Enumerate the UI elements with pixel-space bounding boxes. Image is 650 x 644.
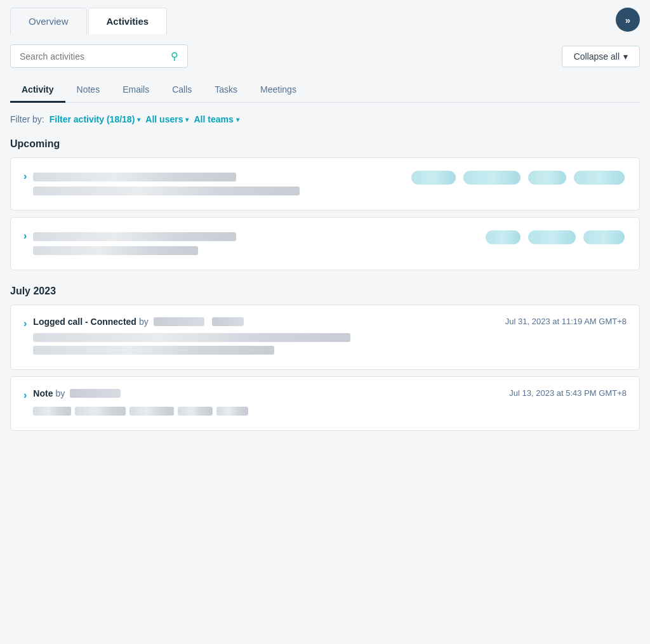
search-icon: ⚲	[171, 50, 178, 62]
note-author	[70, 389, 121, 398]
filter-users-button[interactable]: All users ▾	[145, 114, 189, 124]
note-blurred-2	[75, 407, 126, 416]
note-timestamp: Jul 13, 2023 at 5:43 PM GMT+8	[509, 388, 627, 398]
top-tabs: Overview Activities »	[0, 0, 650, 34]
tab-meetings[interactable]: Meetings	[249, 78, 308, 103]
filter-activity-label: Filter activity (18/18)	[50, 114, 135, 124]
note-blurred-5	[216, 407, 248, 416]
card-body-note: Note by	[33, 388, 509, 419]
tab-activity[interactable]: Activity	[10, 78, 65, 103]
blurred-body-2	[33, 246, 198, 255]
tag-1b	[463, 171, 521, 185]
filter-teams-arrow: ▾	[236, 116, 239, 123]
note-blurred-3	[129, 407, 174, 416]
filter-row: Filter by: Filter activity (18/18) ▾ All…	[10, 114, 640, 124]
tab-calls[interactable]: Calls	[161, 78, 203, 103]
tab-tasks[interactable]: Tasks	[203, 78, 249, 103]
tab-emails[interactable]: Emails	[111, 78, 161, 103]
tag-2b	[528, 230, 576, 244]
filter-activity-arrow: ▾	[137, 116, 140, 123]
blurred-body-1	[33, 187, 300, 195]
upcoming-card-2[interactable]: ›	[10, 217, 640, 270]
search-input[interactable]	[20, 51, 166, 62]
filter-teams-label: All teams	[194, 114, 233, 124]
logged-call-by: by	[139, 317, 149, 327]
search-collapse-row: ⚲ Collapse all ▾	[10, 44, 640, 68]
logged-call-author-badge	[212, 317, 244, 326]
note-blurred-1	[33, 407, 71, 416]
page-container: Overview Activities » ⚲ Collapse all ▾ A…	[0, 0, 650, 644]
logged-call-card[interactable]: › Logged call - Connected by	[10, 305, 640, 370]
tag-1d	[574, 171, 625, 185]
note-card[interactable]: › Note by	[10, 376, 640, 431]
july-heading: July 2023	[10, 286, 640, 297]
search-box[interactable]: ⚲	[10, 44, 188, 68]
call-blurred-1	[33, 333, 350, 342]
filter-users-arrow: ▾	[185, 116, 189, 123]
call-blurred-2	[33, 346, 274, 355]
blurred-title-1	[33, 173, 236, 181]
filter-activity-button[interactable]: Filter activity (18/18) ▾	[50, 114, 141, 124]
activity-tabs: Activity Notes Emails Calls Tasks Meetin…	[10, 78, 640, 103]
tab-notes[interactable]: Notes	[65, 78, 112, 103]
section-upcoming: Upcoming ›	[10, 138, 640, 270]
card-body-1	[33, 169, 409, 199]
chevron-down-icon: ▾	[623, 51, 628, 62]
filter-users-label: All users	[145, 114, 183, 124]
main-content: ⚲ Collapse all ▾ Activity Notes Emails C…	[0, 34, 650, 431]
card-right-note: Jul 13, 2023 at 5:43 PM GMT+8	[509, 388, 627, 398]
expand-icon-2: ›	[23, 230, 27, 242]
logged-call-author	[154, 317, 204, 326]
filter-teams-button[interactable]: All teams ▾	[194, 114, 239, 124]
note-blurred-4	[178, 407, 213, 416]
tab-overview[interactable]: Overview	[10, 8, 87, 34]
card-body-call: Logged call - Connected by	[33, 317, 505, 358]
section-july: July 2023 › Logged call - Connected by	[10, 286, 640, 431]
collapse-all-button[interactable]: Collapse all ▾	[562, 46, 640, 67]
card-right-2	[484, 229, 627, 244]
card-body-2	[33, 229, 484, 258]
tag-2c	[583, 230, 625, 244]
card-right-call: Jul 31, 2023 at 11:19 AM GMT+8	[505, 317, 627, 326]
tag-2a	[486, 230, 521, 244]
collapse-all-label: Collapse all	[574, 51, 620, 62]
expand-tabs-button[interactable]: »	[616, 8, 640, 32]
expand-icon-note: ›	[23, 390, 27, 401]
blurred-tags-2	[484, 230, 627, 244]
expand-icon-1: ›	[23, 171, 27, 182]
card-right-1	[409, 169, 627, 185]
logged-call-timestamp: Jul 31, 2023 at 11:19 AM GMT+8	[505, 317, 627, 326]
tag-1a	[411, 171, 456, 185]
upcoming-card-1[interactable]: ›	[10, 157, 640, 211]
tab-activities[interactable]: Activities	[88, 8, 168, 34]
blurred-tags-1	[409, 171, 627, 185]
upcoming-heading: Upcoming	[10, 138, 640, 150]
blurred-title-2	[33, 232, 236, 241]
note-title: Note	[33, 388, 53, 398]
filter-by-label: Filter by:	[10, 114, 44, 124]
tag-1c	[528, 171, 566, 185]
logged-call-title: Logged call - Connected	[33, 317, 136, 327]
expand-icon-call: ›	[23, 318, 27, 329]
note-by: by	[55, 388, 65, 398]
